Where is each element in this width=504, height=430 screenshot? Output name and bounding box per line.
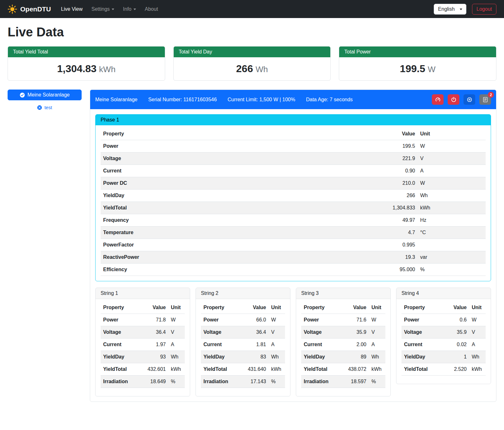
unit-cell: Wh xyxy=(168,351,185,363)
table-row: YieldTotal 438.072 kWh xyxy=(301,363,385,376)
event-log-button[interactable]: 2 xyxy=(479,94,491,105)
table-row: Power 66.0 W xyxy=(201,314,285,326)
table-header-row: Property Value Unit xyxy=(401,302,486,314)
value-cell: 2.00 xyxy=(339,339,369,351)
inverter-card-body: Phase 1 Property Value Unit xyxy=(90,109,496,402)
unit-cell: % xyxy=(369,376,385,388)
card-header: Total Power xyxy=(339,47,496,57)
string-card-body: Property Value Unit Power xyxy=(396,299,491,384)
unit-cell: A xyxy=(168,339,185,351)
string-card-header: String 1 xyxy=(96,288,190,299)
property-cell: Current xyxy=(101,165,290,177)
check-circle-icon xyxy=(20,92,25,98)
phase-panel-body: Property Value Unit Power xyxy=(96,125,491,281)
property-cell: PowerFactor xyxy=(101,239,290,251)
string-card-1: String 1 Property Value Unit xyxy=(95,288,190,396)
value-cell: 89 xyxy=(339,351,369,363)
unit-cell: V xyxy=(269,326,285,339)
property-cell: Voltage xyxy=(101,153,290,165)
value-cell: 432.601 xyxy=(139,363,168,376)
table-row: YieldTotal 432.601 kWh xyxy=(101,363,185,376)
card-unit: Wh xyxy=(256,65,268,74)
table-row: YieldDay 93 Wh xyxy=(101,351,185,363)
property-cell: Frequency xyxy=(101,214,290,227)
x-circle-icon xyxy=(37,105,42,110)
unit-cell: Wh xyxy=(418,190,486,202)
inverter-select-label: Meine Solaranlage xyxy=(28,92,70,98)
sidebar-item-test[interactable]: test xyxy=(8,105,82,110)
table-row: Current 0.90 A xyxy=(101,165,486,177)
property-cell: YieldTotal xyxy=(401,363,443,376)
nav-item-label: About xyxy=(145,6,158,12)
unit-cell: W xyxy=(269,314,285,326)
string-table: Property Value Unit Power xyxy=(101,302,185,388)
logout-button[interactable]: Logout xyxy=(472,4,496,15)
value-cell: 36.4 xyxy=(239,326,269,339)
value-cell: 0.90 xyxy=(290,165,418,177)
nav-item-info[interactable]: Info xyxy=(119,4,140,15)
nav-item-about[interactable]: About xyxy=(140,4,163,15)
property-cell: YieldTotal xyxy=(201,363,239,376)
brand[interactable]: OpenDTU xyxy=(8,4,51,14)
nav-links: Live View Settings Info About xyxy=(57,4,163,15)
card-body: 199.5W xyxy=(339,57,496,80)
sun-icon xyxy=(8,4,17,14)
unit-cell: °C xyxy=(418,227,486,239)
inverter-select-button[interactable]: Meine Solaranlage xyxy=(8,90,82,100)
table-row: Temperature 4.7 °C xyxy=(101,227,486,239)
string-table: Property Value Unit Power xyxy=(301,302,385,388)
column-header-property: Property xyxy=(201,302,239,314)
language-select[interactable]: English xyxy=(434,4,466,15)
unit-cell: kWh xyxy=(168,363,185,376)
inverter-sidebar: Meine Solaranlage test xyxy=(8,90,82,110)
limit-settings-button[interactable] xyxy=(432,94,444,105)
property-cell: YieldDay xyxy=(101,190,290,202)
speedometer-icon xyxy=(435,97,441,103)
power-icon xyxy=(451,97,457,103)
nav-item-label: Info xyxy=(123,6,132,12)
value-cell: 1,304.833 xyxy=(290,202,418,214)
string-card-body: Property Value Unit Power xyxy=(296,299,390,396)
value-cell: 18.597 xyxy=(339,376,369,388)
value-cell: 431.640 xyxy=(239,363,269,376)
nav-item-label: Settings xyxy=(91,6,110,12)
power-settings-button[interactable] xyxy=(448,94,459,105)
unit-cell xyxy=(418,239,486,251)
total-yield-day-card: Total Yield Day 266Wh xyxy=(173,46,331,81)
string-table: Property Value Unit Power xyxy=(401,302,486,376)
unit-cell: A xyxy=(469,339,486,351)
property-cell: YieldDay xyxy=(201,351,239,363)
device-info-button[interactable] xyxy=(464,94,475,105)
value-cell: 0.6 xyxy=(443,314,469,326)
value-cell: 1.81 xyxy=(239,339,269,351)
unit-cell: kWh xyxy=(369,363,385,376)
table-row: YieldDay 266 Wh xyxy=(101,190,486,202)
nav-item-live-view[interactable]: Live View xyxy=(57,4,87,15)
card-body: 1,304.83kWh xyxy=(8,57,165,80)
string-card-4: String 4 Property Value Unit xyxy=(396,288,491,384)
string-card-3: String 3 Property Value Unit xyxy=(296,288,391,396)
value-cell: 83 xyxy=(239,351,269,363)
property-cell: Irradiation xyxy=(201,376,239,388)
table-row: Voltage 35.9 V xyxy=(401,326,486,339)
property-cell: Voltage xyxy=(401,326,443,339)
nav-item-settings[interactable]: Settings xyxy=(87,4,119,15)
unit-cell: A xyxy=(269,339,285,351)
value-cell: 0.995 xyxy=(290,239,418,251)
property-cell: Power DC xyxy=(101,177,290,190)
unit-cell: % xyxy=(168,376,185,388)
property-cell: YieldDay xyxy=(101,351,139,363)
table-row: Irradiation 18.649 % xyxy=(101,376,185,388)
column-header-unit: Unit xyxy=(418,128,486,140)
table-row: Current 1.97 A xyxy=(101,339,185,351)
value-cell: 1.97 xyxy=(139,339,168,351)
value-cell: 210.0 xyxy=(290,177,418,190)
property-cell: YieldTotal xyxy=(301,363,339,376)
value-cell: 93 xyxy=(139,351,168,363)
inverter-name: Meine Solaranlage xyxy=(95,97,137,103)
inverter-card: Meine Solaranlage Serial Number: 1161716… xyxy=(90,90,496,402)
value-cell: 71.8 xyxy=(139,314,168,326)
event-count-badge: 2 xyxy=(488,92,494,98)
column-header-property: Property xyxy=(101,128,290,140)
string-card-body: Property Value Unit Power xyxy=(96,299,190,396)
